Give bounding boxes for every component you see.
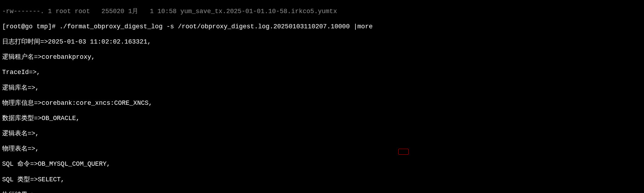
red-highlight-marker: [398, 149, 409, 155]
log-line: SQL 类型=>SELECT,: [2, 176, 642, 184]
command-line: [root@go tmp]# ./format_obproxy_digest_l…: [2, 23, 642, 31]
log-line: 物理库信息=>corebank:core_xncs:CORE_XNCS,: [2, 100, 642, 107]
log-line: 逻辑租户名=>corebankproxy,: [2, 53, 642, 61]
shell-command: ./format_obproxy_digest_log -s /root/obp…: [59, 23, 373, 30]
log-line: 逻辑表名=>,: [2, 130, 642, 138]
log-line: SQL 命令=>OB_MYSQL_COM_QUERY,: [2, 160, 642, 168]
log-line: 物理表名=>,: [2, 145, 642, 153]
log-line: 日志打印时间=>2025-01-03 11:02:02.163321,: [2, 38, 642, 46]
log-line: TraceId=>,: [2, 69, 642, 76]
log-line: 逻辑库名=>,: [2, 84, 642, 92]
log-line: 执行结果=>success,: [2, 191, 642, 193]
shell-prompt: [root@go tmp]#: [2, 23, 59, 30]
terminal-output[interactable]: -rw-------. 1 root root 255020 1月 1 10:5…: [0, 0, 644, 193]
log-line-top-partial: -rw-------. 1 root root 255020 1月 1 10:5…: [2, 8, 642, 16]
log-line: 数据库类型=>OB_ORACLE,: [2, 115, 642, 123]
